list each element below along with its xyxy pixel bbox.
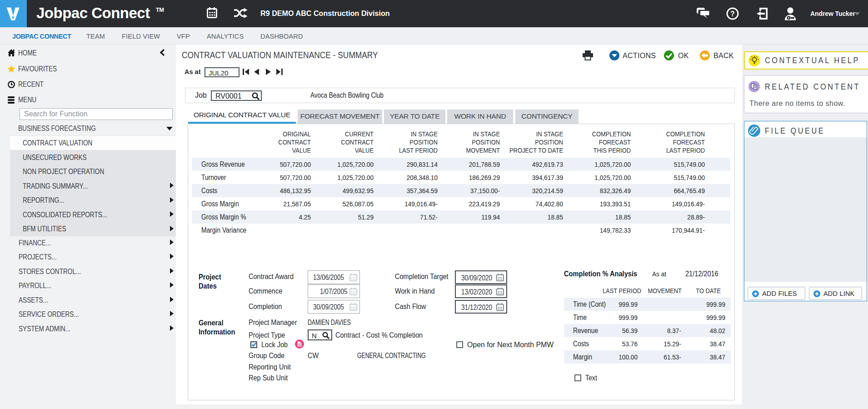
svg-text:?: ? bbox=[730, 10, 735, 18]
